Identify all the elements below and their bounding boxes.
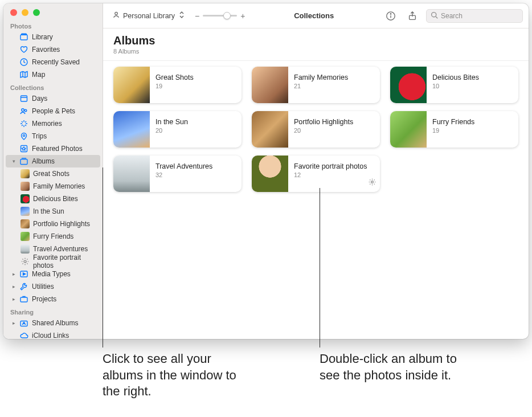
- updown-chevron-icon: [178, 11, 186, 21]
- callout-text-right: Double-click an album to see the photos …: [320, 351, 468, 383]
- album-count: 12: [294, 171, 367, 178]
- zoom-knob[interactable]: [223, 12, 231, 19]
- window-controls: [3, 3, 103, 19]
- svg-point-20: [432, 12, 436, 17]
- sidebar-item-trips[interactable]: Trips: [3, 130, 103, 142]
- albums-grid: Great Shots19Family Memories21Delicious …: [113, 67, 518, 192]
- sidebar-item-label: People & Pets: [32, 107, 75, 115]
- minimize-window-button[interactable]: [22, 9, 28, 16]
- svg-point-6: [24, 109, 27, 112]
- share-button[interactable]: [404, 11, 420, 21]
- album-card[interactable]: Travel Adventures32: [113, 156, 242, 192]
- cloud-icon: [19, 331, 28, 339]
- sidebar-item-in-the-sun[interactable]: In the Sun: [3, 205, 103, 218]
- main-pane: Personal Library − + Collections: [103, 3, 529, 339]
- sidebar-item-family-memories[interactable]: Family Memories: [3, 180, 103, 193]
- library-picker-label: Personal Library: [123, 12, 175, 20]
- sidebar-item-albums[interactable]: ▾Albums: [6, 155, 100, 167]
- sidebar-item-label: Memories: [32, 120, 62, 128]
- sidebar-item-label: Trips: [32, 132, 47, 140]
- album-card[interactable]: Favorite portrait photos12: [252, 156, 380, 192]
- media-icon: [19, 269, 28, 279]
- close-window-button[interactable]: [10, 9, 17, 16]
- album-count: 20: [294, 127, 353, 134]
- zoom-slider[interactable]: − +: [195, 11, 245, 21]
- search-placeholder: Search: [441, 12, 463, 20]
- svg-point-18: [390, 13, 391, 14]
- albums-icon: [19, 157, 28, 166]
- people-icon: [19, 107, 28, 116]
- chevron-right-icon: ▸: [11, 320, 16, 326]
- album-count: 19: [155, 83, 194, 89]
- chevron-down-icon: ▾: [11, 158, 16, 164]
- search-field[interactable]: Search: [426, 9, 523, 23]
- album-card[interactable]: Great Shots19: [113, 67, 242, 103]
- svg-point-5: [22, 109, 24, 112]
- sidebar-item-label: Favorite portrait photos: [33, 254, 98, 269]
- toolbar-title: Collections: [294, 11, 334, 20]
- zoom-track[interactable]: [203, 15, 237, 17]
- chevron-right-icon: ▸: [11, 296, 16, 302]
- map-icon: [19, 70, 28, 79]
- album-card[interactable]: Delicious Bites10: [390, 67, 518, 103]
- sidebar-item-icloud-links[interactable]: iCloud Links: [3, 329, 103, 339]
- sidebar-item-delicious-bites[interactable]: Delicious Bites: [3, 193, 103, 205]
- sidebar-item-label: Recently Saved: [32, 58, 80, 66]
- album-thumb-icon: [21, 207, 30, 216]
- sidebar-item-utilities[interactable]: ▸Utilities: [3, 280, 103, 293]
- album-title: In the Sun: [155, 118, 188, 126]
- zoom-out-icon: −: [195, 11, 199, 21]
- svg-point-15: [115, 12, 118, 15]
- album-card[interactable]: Portfolio Highlights20: [252, 111, 380, 148]
- album-card[interactable]: In the Sun20: [113, 111, 242, 148]
- album-card[interactable]: Family Memories21: [252, 67, 380, 103]
- sidebar-item-memories[interactable]: Memories: [3, 117, 103, 130]
- album-cover: [113, 111, 150, 148]
- sidebar-item-label: Featured Photos: [32, 145, 83, 153]
- sidebar-item-recently-saved[interactable]: Recently Saved: [3, 56, 103, 68]
- svg-point-7: [23, 134, 24, 136]
- svg-rect-0: [21, 35, 27, 40]
- sidebar-item-portfolio-highlights[interactable]: Portfolio Highlights: [3, 218, 103, 230]
- chevron-right-icon: ▸: [11, 284, 16, 289]
- album-thumb-icon: [21, 194, 30, 203]
- info-button[interactable]: [383, 11, 399, 21]
- sidebar-item-label: Portfolio Highlights: [33, 220, 90, 228]
- sidebar-section-photos: Photos: [3, 19, 103, 31]
- sidebar-item-great-shots[interactable]: Great Shots: [3, 167, 103, 180]
- album-thumb-icon: [21, 182, 30, 191]
- heart-icon: [19, 45, 28, 54]
- sidebar-item-projects[interactable]: ▸Projects: [3, 293, 103, 305]
- fullscreen-window-button[interactable]: [33, 9, 40, 16]
- calendar-icon: [19, 94, 28, 103]
- sidebar-item-people-pets[interactable]: People & Pets: [3, 105, 103, 117]
- sidebar-item-media-types[interactable]: ▸Media Types: [3, 268, 103, 280]
- album-cover: [252, 111, 288, 148]
- album-cover: [390, 111, 427, 148]
- album-thumb-icon: [21, 169, 30, 178]
- sidebar-item-label: Utilities: [32, 283, 54, 291]
- albums-grid-wrap: Great Shots19Family Memories21Delicious …: [103, 60, 529, 198]
- sidebar-item-map[interactable]: Map: [3, 68, 103, 81]
- sidebar-section-sharing: Sharing: [3, 305, 103, 317]
- album-card[interactable]: Furry Friends19: [390, 111, 518, 148]
- sidebar-item-favorites[interactable]: Favorites: [3, 43, 103, 56]
- sidebar-item-favorite-portrait-photos[interactable]: Favorite portrait photos: [3, 255, 103, 268]
- sidebar-item-label: iCloud Links: [32, 332, 69, 339]
- svg-rect-3: [21, 96, 27, 101]
- person-icon: [112, 11, 120, 21]
- album-thumb-icon: [21, 232, 30, 241]
- pin-icon: [19, 132, 28, 141]
- sidebar: Photos LibraryFavoritesRecently SavedMap…: [3, 3, 103, 339]
- album-title: Delicious Bites: [432, 73, 479, 81]
- sidebar-item-days[interactable]: Days: [3, 92, 103, 105]
- svg-rect-9: [21, 160, 27, 165]
- sidebar-item-furry-friends[interactable]: Furry Friends: [3, 230, 103, 243]
- album-count: 10: [432, 83, 479, 89]
- sidebar-item-shared-albums[interactable]: ▸Shared Albums: [3, 317, 103, 329]
- sidebar-item-featured-photos[interactable]: Featured Photos: [3, 142, 103, 155]
- album-thumb-icon: [21, 219, 30, 228]
- library-picker[interactable]: Personal Library: [109, 9, 189, 22]
- album-title: Great Shots: [155, 73, 194, 81]
- sidebar-item-library[interactable]: Library: [3, 31, 103, 43]
